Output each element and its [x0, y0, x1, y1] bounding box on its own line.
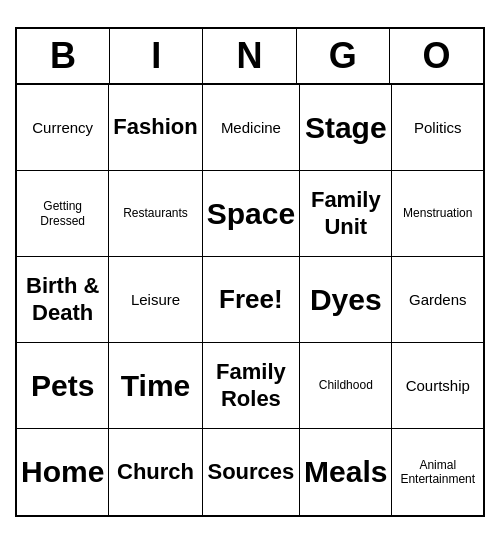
bingo-grid: CurrencyFashionMedicineStagePoliticsGett… [17, 85, 483, 515]
bingo-cell: Leisure [109, 257, 202, 343]
cell-text: Getting Dressed [21, 199, 104, 228]
bingo-cell: Courtship [392, 343, 483, 429]
cell-text: Restaurants [123, 206, 188, 220]
bingo-cell: Currency [17, 85, 109, 171]
cell-text: Family Unit [304, 187, 387, 240]
cell-text: Dyes [310, 282, 382, 318]
bingo-cell: Childhood [300, 343, 392, 429]
bingo-cell: Free! [203, 257, 300, 343]
bingo-cell: Home [17, 429, 109, 515]
bingo-cell: Gardens [392, 257, 483, 343]
bingo-cell: Dyes [300, 257, 392, 343]
header-letter: N [203, 29, 296, 83]
bingo-cell: Stage [300, 85, 392, 171]
cell-text: Home [21, 454, 104, 490]
bingo-cell: Meals [300, 429, 392, 515]
cell-text: Medicine [221, 119, 281, 137]
header-letter: I [110, 29, 203, 83]
cell-text: Gardens [409, 291, 467, 309]
bingo-cell: Medicine [203, 85, 300, 171]
cell-text: Politics [414, 119, 462, 137]
cell-text: Animal Entertainment [396, 458, 479, 487]
bingo-card: BINGO CurrencyFashionMedicineStagePoliti… [15, 27, 485, 517]
bingo-cell: Getting Dressed [17, 171, 109, 257]
cell-text: Courtship [406, 377, 470, 395]
bingo-cell: Space [203, 171, 300, 257]
bingo-cell: Politics [392, 85, 483, 171]
bingo-cell: Sources [203, 429, 300, 515]
bingo-cell: Church [109, 429, 202, 515]
bingo-cell: Time [109, 343, 202, 429]
cell-text: Childhood [319, 378, 373, 392]
header-letter: B [17, 29, 110, 83]
header-letter: G [297, 29, 390, 83]
cell-text: Currency [32, 119, 93, 137]
bingo-cell: Fashion [109, 85, 202, 171]
header-letter: O [390, 29, 483, 83]
cell-text: Space [207, 196, 295, 232]
cell-text: Fashion [113, 114, 197, 140]
bingo-cell: Menstruation [392, 171, 483, 257]
bingo-cell: Pets [17, 343, 109, 429]
bingo-header: BINGO [17, 29, 483, 85]
cell-text: Family Roles [207, 359, 295, 412]
cell-text: Meals [304, 454, 387, 490]
bingo-cell: Animal Entertainment [392, 429, 483, 515]
bingo-cell: Birth & Death [17, 257, 109, 343]
cell-text: Pets [31, 368, 94, 404]
cell-text: Birth & Death [21, 273, 104, 326]
cell-text: Stage [305, 110, 387, 146]
cell-text: Menstruation [403, 206, 472, 220]
cell-text: Free! [219, 284, 283, 315]
cell-text: Sources [207, 459, 294, 485]
cell-text: Leisure [131, 291, 180, 309]
cell-text: Church [117, 459, 194, 485]
bingo-cell: Family Unit [300, 171, 392, 257]
bingo-cell: Restaurants [109, 171, 202, 257]
cell-text: Time [121, 368, 190, 404]
bingo-cell: Family Roles [203, 343, 300, 429]
